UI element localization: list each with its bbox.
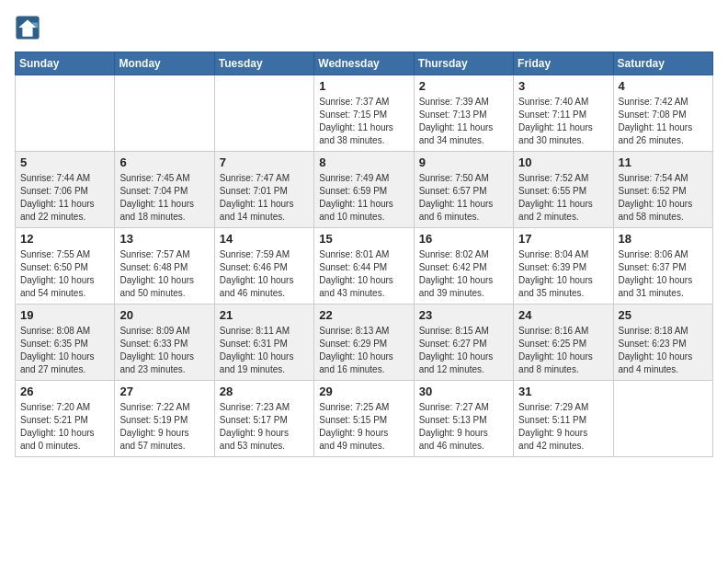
calendar-week-5: 26Sunrise: 7:20 AM Sunset: 5:21 PM Dayli…	[16, 381, 713, 457]
day-number: 25	[619, 308, 708, 322]
calendar-cell: 2Sunrise: 7:39 AM Sunset: 7:13 PM Daylig…	[414, 75, 513, 152]
day-info: Sunrise: 8:09 AM Sunset: 6:33 PM Dayligh…	[119, 325, 209, 376]
calendar-cell: 15Sunrise: 8:01 AM Sunset: 6:44 PM Dayli…	[314, 228, 414, 304]
calendar-cell: 31Sunrise: 7:29 AM Sunset: 5:11 PM Dayli…	[514, 381, 613, 457]
day-number: 13	[119, 232, 209, 246]
day-number: 5	[20, 155, 109, 169]
calendar-cell: 6Sunrise: 7:45 AM Sunset: 7:04 PM Daylig…	[115, 152, 214, 228]
logo-icon	[15, 15, 40, 40]
calendar-week-1: 1Sunrise: 7:37 AM Sunset: 7:15 PM Daylig…	[16, 75, 713, 152]
day-number: 26	[20, 385, 109, 398]
day-info: Sunrise: 8:13 AM Sunset: 6:29 PM Dayligh…	[319, 325, 408, 376]
day-number: 8	[319, 155, 408, 169]
calendar-cell: 29Sunrise: 7:25 AM Sunset: 5:15 PM Dayli…	[314, 381, 414, 457]
calendar-cell: 24Sunrise: 8:16 AM Sunset: 6:25 PM Dayli…	[514, 304, 613, 381]
day-info: Sunrise: 7:25 AM Sunset: 5:15 PM Dayligh…	[319, 401, 408, 453]
day-number: 7	[220, 155, 309, 169]
calendar-week-3: 12Sunrise: 7:55 AM Sunset: 6:50 PM Dayli…	[16, 228, 713, 304]
calendar-cell: 5Sunrise: 7:44 AM Sunset: 7:06 PM Daylig…	[16, 152, 115, 228]
day-number: 20	[119, 308, 209, 322]
day-info: Sunrise: 7:29 AM Sunset: 5:11 PM Dayligh…	[518, 401, 608, 453]
day-info: Sunrise: 7:57 AM Sunset: 6:48 PM Dayligh…	[119, 248, 209, 300]
calendar-cell: 12Sunrise: 7:55 AM Sunset: 6:50 PM Dayli…	[16, 228, 115, 304]
calendar-table: SundayMondayTuesdayWednesdayThursdayFrid…	[15, 52, 713, 457]
calendar-cell	[115, 75, 214, 152]
day-info: Sunrise: 7:54 AM Sunset: 6:52 PM Dayligh…	[619, 172, 708, 224]
weekday-header-tuesday: Tuesday	[214, 52, 313, 75]
calendar-header-row: SundayMondayTuesdayWednesdayThursdayFrid…	[16, 52, 713, 75]
day-number: 2	[419, 79, 508, 93]
day-info: Sunrise: 8:01 AM Sunset: 6:44 PM Dayligh…	[319, 248, 408, 300]
day-info: Sunrise: 7:42 AM Sunset: 7:08 PM Dayligh…	[619, 96, 708, 147]
day-info: Sunrise: 8:16 AM Sunset: 6:25 PM Dayligh…	[518, 325, 608, 376]
calendar-cell: 23Sunrise: 8:15 AM Sunset: 6:27 PM Dayli…	[414, 304, 513, 381]
calendar-cell: 4Sunrise: 7:42 AM Sunset: 7:08 PM Daylig…	[613, 75, 712, 152]
day-number: 30	[419, 385, 508, 398]
day-number: 29	[319, 385, 408, 398]
day-info: Sunrise: 8:15 AM Sunset: 6:27 PM Dayligh…	[419, 325, 508, 376]
day-number: 18	[619, 232, 708, 246]
day-info: Sunrise: 7:37 AM Sunset: 7:15 PM Dayligh…	[319, 96, 408, 147]
calendar-cell: 25Sunrise: 8:18 AM Sunset: 6:23 PM Dayli…	[613, 304, 712, 381]
day-number: 11	[619, 155, 708, 169]
calendar-cell: 26Sunrise: 7:20 AM Sunset: 5:21 PM Dayli…	[16, 381, 115, 457]
day-number: 10	[518, 155, 608, 169]
day-number: 21	[220, 308, 309, 322]
calendar-cell: 14Sunrise: 7:59 AM Sunset: 6:46 PM Dayli…	[214, 228, 313, 304]
weekday-header-friday: Friday	[514, 52, 613, 75]
calendar-cell: 20Sunrise: 8:09 AM Sunset: 6:33 PM Dayli…	[115, 304, 214, 381]
calendar-cell: 3Sunrise: 7:40 AM Sunset: 7:11 PM Daylig…	[514, 75, 613, 152]
calendar-cell: 17Sunrise: 8:04 AM Sunset: 6:39 PM Dayli…	[514, 228, 613, 304]
calendar-week-2: 5Sunrise: 7:44 AM Sunset: 7:06 PM Daylig…	[16, 152, 713, 228]
calendar-cell	[16, 75, 115, 152]
day-info: Sunrise: 7:55 AM Sunset: 6:50 PM Dayligh…	[20, 248, 109, 300]
calendar-cell: 28Sunrise: 7:23 AM Sunset: 5:17 PM Dayli…	[214, 381, 313, 457]
day-info: Sunrise: 7:59 AM Sunset: 6:46 PM Dayligh…	[220, 248, 309, 300]
day-info: Sunrise: 7:44 AM Sunset: 7:06 PM Dayligh…	[20, 172, 109, 224]
day-number: 27	[119, 385, 209, 398]
day-number: 24	[518, 308, 608, 322]
logo	[15, 15, 42, 40]
calendar-cell: 19Sunrise: 8:08 AM Sunset: 6:35 PM Dayli…	[16, 304, 115, 381]
day-info: Sunrise: 8:02 AM Sunset: 6:42 PM Dayligh…	[419, 248, 508, 300]
day-number: 31	[518, 385, 608, 398]
day-number: 28	[220, 385, 309, 398]
calendar-cell: 18Sunrise: 8:06 AM Sunset: 6:37 PM Dayli…	[613, 228, 712, 304]
day-info: Sunrise: 8:11 AM Sunset: 6:31 PM Dayligh…	[220, 325, 309, 376]
day-info: Sunrise: 8:06 AM Sunset: 6:37 PM Dayligh…	[619, 248, 708, 300]
calendar-cell: 1Sunrise: 7:37 AM Sunset: 7:15 PM Daylig…	[314, 75, 414, 152]
calendar-cell: 16Sunrise: 8:02 AM Sunset: 6:42 PM Dayli…	[414, 228, 513, 304]
weekday-header-sunday: Sunday	[16, 52, 115, 75]
day-number: 1	[319, 79, 408, 93]
calendar-cell: 9Sunrise: 7:50 AM Sunset: 6:57 PM Daylig…	[414, 152, 513, 228]
calendar-cell: 10Sunrise: 7:52 AM Sunset: 6:55 PM Dayli…	[514, 152, 613, 228]
calendar-cell: 11Sunrise: 7:54 AM Sunset: 6:52 PM Dayli…	[613, 152, 712, 228]
calendar-cell: 7Sunrise: 7:47 AM Sunset: 7:01 PM Daylig…	[214, 152, 313, 228]
calendar-cell: 30Sunrise: 7:27 AM Sunset: 5:13 PM Dayli…	[414, 381, 513, 457]
weekday-header-monday: Monday	[115, 52, 214, 75]
calendar-cell: 13Sunrise: 7:57 AM Sunset: 6:48 PM Dayli…	[115, 228, 214, 304]
day-number: 15	[319, 232, 408, 246]
day-info: Sunrise: 7:45 AM Sunset: 7:04 PM Dayligh…	[119, 172, 209, 224]
day-info: Sunrise: 7:39 AM Sunset: 7:13 PM Dayligh…	[419, 96, 508, 147]
calendar-week-4: 19Sunrise: 8:08 AM Sunset: 6:35 PM Dayli…	[16, 304, 713, 381]
weekday-header-saturday: Saturday	[613, 52, 712, 75]
day-number: 3	[518, 79, 608, 93]
day-info: Sunrise: 7:50 AM Sunset: 6:57 PM Dayligh…	[419, 172, 508, 224]
day-info: Sunrise: 7:20 AM Sunset: 5:21 PM Dayligh…	[20, 401, 109, 453]
day-info: Sunrise: 8:18 AM Sunset: 6:23 PM Dayligh…	[619, 325, 708, 376]
calendar-cell	[214, 75, 313, 152]
day-info: Sunrise: 7:27 AM Sunset: 5:13 PM Dayligh…	[419, 401, 508, 453]
calendar-cell: 21Sunrise: 8:11 AM Sunset: 6:31 PM Dayli…	[214, 304, 313, 381]
page-header	[15, 15, 713, 40]
weekday-header-wednesday: Wednesday	[314, 52, 414, 75]
calendar-cell	[613, 381, 712, 457]
day-number: 9	[419, 155, 508, 169]
calendar-cell: 22Sunrise: 8:13 AM Sunset: 6:29 PM Dayli…	[314, 304, 414, 381]
calendar-cell: 8Sunrise: 7:49 AM Sunset: 6:59 PM Daylig…	[314, 152, 414, 228]
day-number: 23	[419, 308, 508, 322]
day-number: 17	[518, 232, 608, 246]
day-info: Sunrise: 7:52 AM Sunset: 6:55 PM Dayligh…	[518, 172, 608, 224]
day-number: 4	[619, 79, 708, 93]
weekday-header-thursday: Thursday	[414, 52, 513, 75]
